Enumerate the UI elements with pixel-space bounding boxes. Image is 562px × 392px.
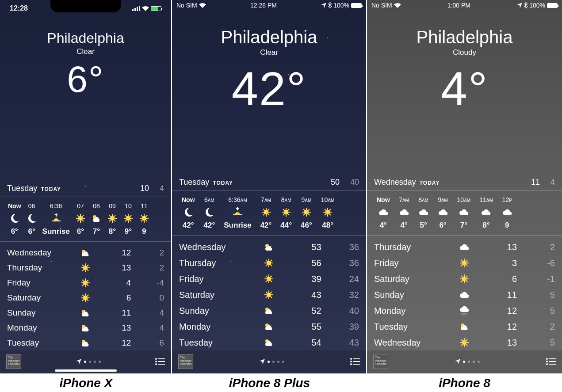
hour-value: 4°: [400, 221, 407, 230]
wifi-icon: [142, 6, 149, 11]
day-name: Saturday: [7, 293, 73, 303]
hour-time: 8AM: [418, 196, 428, 203]
hourly-item: 11 9: [136, 202, 152, 236]
city-list-button[interactable]: [350, 358, 360, 365]
page-indicator[interactable]: [455, 359, 480, 364]
hour-time: 11AM: [479, 196, 493, 203]
today-day: Tuesday: [7, 184, 37, 193]
day-name: Wednesday: [7, 248, 73, 258]
battery-label: 100%: [333, 2, 349, 9]
svg-point-159: [267, 293, 271, 297]
svg-line-191: [466, 313, 466, 315]
moon-icon: [9, 213, 20, 224]
daily-forecast[interactable]: Wednesday 53 36 Thursday 56 36 Friday 39…: [172, 239, 366, 350]
page-dot: [468, 361, 470, 363]
hour-value: 7°: [93, 227, 100, 236]
page-dot: [89, 361, 91, 363]
partly-icon: [73, 338, 98, 348]
status-time: 1:00 PM: [447, 2, 470, 9]
hour-time: 10: [125, 202, 132, 209]
weather-channel-button[interactable]: The Weather Channel: [178, 354, 193, 369]
hour-value: 7°: [460, 221, 467, 230]
hour-time: 11: [141, 202, 148, 209]
svg-point-86: [156, 364, 157, 365]
day-low: 6: [131, 338, 164, 348]
status-bar: No SIM 12:28 PM 100%: [172, 0, 366, 10]
sun-icon: [123, 213, 134, 224]
cloud-icon: [378, 207, 389, 217]
sun-icon: [322, 207, 333, 217]
daily-forecast[interactable]: Wednesday 12 2 Thursday 13 2 Friday 4 -4…: [0, 245, 171, 350]
weather-channel-button[interactable]: The Weather Channel: [373, 354, 388, 369]
today-label: TODAY: [420, 180, 440, 186]
page-indicator[interactable]: [260, 359, 284, 364]
day-high: 43: [283, 290, 321, 300]
svg-point-149: [267, 277, 271, 281]
city-list-button[interactable]: [546, 358, 556, 365]
hourly-item: 6:36 Sunrise: [40, 202, 73, 236]
daily-forecast[interactable]: Thursday 13 2 Friday 3 -6 Saturday 6 -1 …: [367, 239, 562, 350]
svg-point-118: [304, 210, 309, 214]
hour-value: 42°: [183, 221, 194, 230]
day-high: 13: [479, 338, 517, 348]
city-name: Philadelphia: [172, 27, 366, 47]
hourly-forecast[interactable]: Now 6° 06 6° 6:36 Sunrise 07 6° 08 7° 09…: [0, 201, 171, 238]
battery-icon: [547, 3, 558, 8]
current-temp: 4°: [367, 65, 562, 113]
city-header: Philadelphia Clear 6°: [0, 12, 171, 98]
home-indicator[interactable]: [55, 369, 117, 372]
today-row: Tuesday TODAY 50 40: [172, 178, 366, 187]
hourly-forecast[interactable]: Now 4° 7AM 4° 8AM 5° 9AM 6° 10AM 7° 11AM…: [367, 194, 562, 232]
location-icon: [260, 359, 265, 364]
day-high: 11: [98, 308, 131, 318]
day-name: Tuesday: [179, 338, 255, 348]
weather-channel-button[interactable]: The Weather Channel: [6, 354, 21, 369]
daily-row: Tuesday 12 2: [374, 319, 555, 335]
svg-rect-0: [132, 9, 134, 11]
day-low: 5: [517, 306, 555, 316]
hourly-item: 9AM 6°: [433, 196, 453, 230]
svg-point-166: [351, 358, 352, 359]
svg-point-46: [142, 216, 146, 221]
day-low: 36: [321, 242, 359, 252]
hour-value: 9: [142, 227, 146, 236]
day-low: 43: [321, 338, 359, 348]
svg-rect-1: [134, 8, 136, 11]
hour-value: 8°: [109, 227, 116, 236]
day-high: 6: [479, 274, 517, 284]
hourly-item: 09 8°: [104, 202, 120, 236]
day-high: 12: [98, 338, 131, 348]
hourly-item: 8AM 5°: [414, 196, 433, 230]
partly-icon: [255, 321, 283, 332]
svg-point-15: [78, 216, 83, 221]
hourly-item: 07 6°: [73, 202, 88, 236]
svg-point-84: [156, 358, 157, 359]
city-list-button[interactable]: [155, 358, 165, 365]
hour-time: 08: [93, 202, 100, 209]
hour-value: 6°: [11, 227, 18, 236]
partly-icon: [255, 337, 283, 348]
current-temp: 42°: [172, 65, 366, 113]
svg-point-36: [126, 216, 130, 221]
daily-row: Wednesday 53 36: [179, 239, 359, 255]
svg-point-206: [547, 358, 547, 359]
hourly-item: 7AM 4°: [394, 196, 414, 230]
hour-time: Now: [8, 202, 21, 209]
hour-value: 9°: [125, 227, 132, 236]
condition-label: Clear: [172, 48, 366, 57]
hourly-forecast[interactable]: Now 42° 6AM 42° 6:36AM Sunrise 7AM 42° 8…: [172, 194, 366, 232]
wifi-icon: [199, 3, 206, 8]
hour-value: 9: [505, 221, 509, 230]
day-name: Sunday: [7, 308, 73, 318]
today-day: Wednesday: [374, 178, 416, 187]
footer: The Weather Channel: [367, 350, 562, 373]
daily-row: Saturday 6 0: [7, 290, 164, 305]
location-page-icon: [76, 359, 81, 364]
page-dot: [272, 361, 275, 363]
daily-row: Monday 55 39: [179, 319, 359, 335]
hour-time: 7AM: [261, 196, 271, 203]
daily-row: Thursday 13 2: [374, 239, 555, 255]
hour-time: 06: [28, 202, 35, 209]
page-indicator[interactable]: [76, 359, 101, 364]
daily-row: Wednesday 12 2: [7, 245, 164, 260]
